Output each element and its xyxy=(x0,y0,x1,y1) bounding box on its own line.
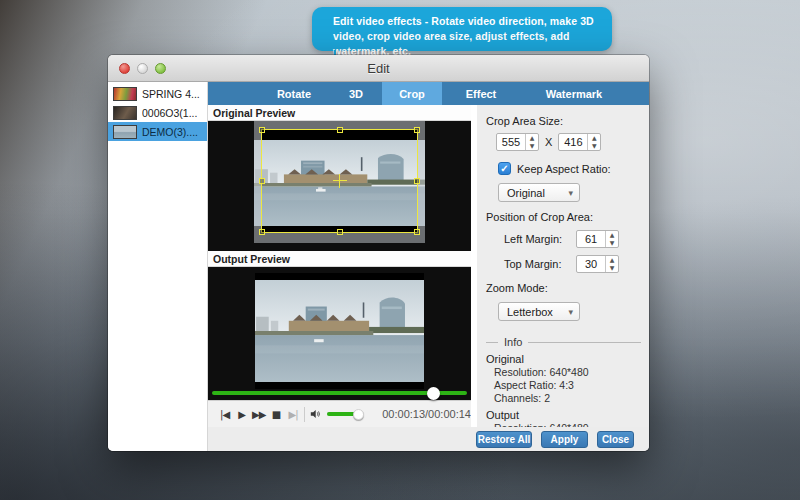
callout-tooltip: Edit video effects - Rotate video direct… xyxy=(312,7,612,51)
skip-back-button[interactable]: |◀ xyxy=(216,409,233,420)
keep-aspect-ratio-checkbox[interactable]: ✓ xyxy=(498,162,511,175)
volume-slider-knob[interactable] xyxy=(353,409,364,420)
crop-selection-rect[interactable] xyxy=(261,129,418,233)
left-margin-stepper[interactable]: 61 ▲ ▼ xyxy=(576,230,619,248)
top-margin-label: Top Margin: xyxy=(504,258,576,270)
file-list-item[interactable]: 0006O3(1... xyxy=(108,103,207,122)
stepper-up-icon[interactable]: ▲ xyxy=(606,231,618,239)
crop-handle-bottom-right[interactable] xyxy=(414,229,420,235)
zoom-mode-dropdown[interactable]: Letterbox ▾ xyxy=(498,302,580,321)
tab-rotate[interactable]: Rotate xyxy=(258,82,330,105)
speaker-icon[interactable] xyxy=(310,408,321,420)
window-title: Edit xyxy=(108,61,649,76)
info-row: Aspect Ratio: 4:3 xyxy=(494,379,641,391)
stop-button[interactable]: ■ xyxy=(267,409,284,420)
crop-height-stepper[interactable]: 416 ▲ ▼ xyxy=(558,133,601,151)
play-button[interactable]: ▶ xyxy=(233,409,250,420)
tab-watermark[interactable]: Watermark xyxy=(520,82,628,105)
left-margin-value[interactable]: 61 xyxy=(577,231,605,247)
info-section-divider: Info xyxy=(486,336,641,348)
output-preview-header: Output Preview xyxy=(208,251,471,267)
crop-handle-top-left[interactable] xyxy=(259,127,265,133)
crop-handle-middle-left[interactable] xyxy=(259,178,265,184)
crop-area-size-label: Crop Area Size: xyxy=(486,115,641,127)
stepper-down-icon[interactable]: ▼ xyxy=(526,142,538,150)
tab-crop[interactable]: Crop xyxy=(382,82,442,105)
file-list-sidebar: SPRING 4... 0006O3(1... DEMO(3).... xyxy=(108,82,208,451)
top-margin-value[interactable]: 30 xyxy=(577,256,605,272)
top-margin-stepper[interactable]: 30 ▲ ▼ xyxy=(576,255,619,273)
crop-settings-panel: Crop Area Size: 555 ▲ ▼ X xyxy=(477,105,649,427)
zoom-mode-label: Zoom Mode: xyxy=(486,282,641,294)
crop-handle-bottom-middle[interactable] xyxy=(337,229,343,235)
tab-3d[interactable]: 3D xyxy=(330,82,382,105)
restore-all-button[interactable]: Restore All xyxy=(476,431,532,448)
original-preview-area xyxy=(208,121,471,251)
crop-width-value[interactable]: 555 xyxy=(497,134,525,150)
info-output-header: Output xyxy=(486,409,641,421)
video-thumbnail xyxy=(113,106,137,120)
info-row: Channels: 2 xyxy=(494,392,641,404)
info-row: Resolution: 640*480 xyxy=(494,366,641,378)
transport-controls: |◀ ▶ ▶▶ ■ ▶| xyxy=(208,400,471,427)
info-original-header: Original xyxy=(486,353,641,365)
chevron-down-icon: ▾ xyxy=(568,188,573,198)
controls-divider xyxy=(304,407,305,422)
keep-aspect-ratio-label: Keep Aspect Ratio: xyxy=(517,163,611,175)
preview-column: Original Preview xyxy=(208,105,471,427)
seek-slider[interactable] xyxy=(212,391,467,395)
crop-handle-top-right[interactable] xyxy=(414,127,420,133)
edit-window: Edit SPRING 4... 0006O3(1... DEMO(3).... xyxy=(108,55,649,451)
seek-slider-knob[interactable] xyxy=(427,387,440,400)
close-button[interactable]: Close xyxy=(597,431,634,448)
crop-width-stepper[interactable]: 555 ▲ ▼ xyxy=(496,133,539,151)
stepper-up-icon[interactable]: ▲ xyxy=(526,134,538,142)
skip-forward-button[interactable]: ▶| xyxy=(284,409,301,420)
original-video-frame xyxy=(254,121,425,243)
crop-center-cross-icon[interactable] xyxy=(333,174,347,188)
stepper-down-icon[interactable]: ▼ xyxy=(606,239,618,247)
original-preview-header: Original Preview xyxy=(208,105,471,121)
apply-button[interactable]: Apply xyxy=(541,431,588,448)
fast-forward-button[interactable]: ▶▶ xyxy=(250,409,267,420)
stepper-down-icon[interactable]: ▼ xyxy=(606,264,618,272)
aspect-ratio-dropdown[interactable]: Original ▾ xyxy=(498,183,580,202)
volume-slider[interactable] xyxy=(327,412,364,416)
position-of-crop-area-label: Position of Crop Area: xyxy=(486,211,641,223)
stepper-up-icon[interactable]: ▲ xyxy=(588,134,600,142)
zoom-mode-value: Letterbox xyxy=(507,306,553,318)
video-thumbnail xyxy=(113,87,137,101)
time-display: 00:00:13/00:00:14 xyxy=(382,408,471,420)
edit-tab-bar: Rotate 3D Crop Effect Watermark xyxy=(208,82,649,105)
left-margin-label: Left Margin: xyxy=(504,233,576,245)
output-preview-area xyxy=(208,267,471,400)
title-bar[interactable]: Edit xyxy=(108,55,649,82)
footer-bar: Restore All Apply Close xyxy=(208,427,649,451)
size-separator-label: X xyxy=(545,136,552,148)
aspect-ratio-value: Original xyxy=(507,187,545,199)
file-name: 0006O3(1... xyxy=(142,107,197,119)
crop-handle-bottom-left[interactable] xyxy=(259,229,265,235)
crop-handle-middle-right[interactable] xyxy=(414,178,420,184)
crop-height-value[interactable]: 416 xyxy=(559,134,587,150)
file-name: SPRING 4... xyxy=(142,88,200,100)
file-list-item[interactable]: SPRING 4... xyxy=(108,84,207,103)
info-title: Info xyxy=(504,336,522,348)
file-list-item-selected[interactable]: DEMO(3).... xyxy=(108,122,207,141)
crop-handle-top-middle[interactable] xyxy=(337,127,343,133)
tab-effect[interactable]: Effect xyxy=(442,82,520,105)
stepper-down-icon[interactable]: ▼ xyxy=(588,142,600,150)
output-video-frame xyxy=(255,273,424,389)
video-thumbnail xyxy=(113,125,137,139)
stepper-up-icon[interactable]: ▲ xyxy=(606,256,618,264)
video-scene xyxy=(255,280,424,382)
file-name: DEMO(3).... xyxy=(142,126,198,138)
chevron-down-icon: ▾ xyxy=(568,307,573,317)
desktop-background: Edit video effects - Rotate video direct… xyxy=(0,0,800,500)
